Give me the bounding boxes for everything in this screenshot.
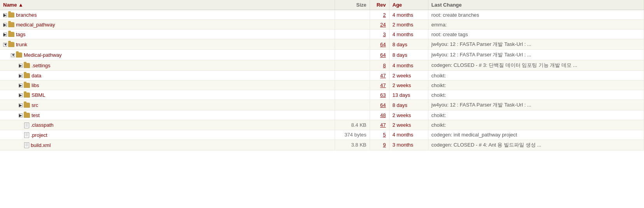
item-link[interactable]: .project — [31, 132, 47, 138]
age-cell: 2 weeks — [389, 71, 428, 80]
table-row: .classpath8.4 KB472 weekschoikt: — [0, 120, 644, 130]
rev-cell[interactable]: 47 — [370, 80, 389, 90]
name-header[interactable]: Name ▲ — [0, 0, 335, 10]
folder-icon — [24, 73, 30, 78]
expand-button[interactable]: ▶ — [19, 74, 23, 78]
age-cell: 4 months — [389, 60, 428, 71]
expand-button[interactable]: ▼ — [11, 53, 15, 57]
folder-icon — [24, 83, 30, 88]
item-link[interactable]: test — [32, 112, 40, 118]
item-link[interactable]: tags — [16, 31, 26, 37]
age-cell: 2 months — [389, 20, 428, 30]
folder-icon — [24, 93, 30, 98]
rev-cell[interactable]: 64 — [370, 100, 389, 110]
rev-cell[interactable]: 64 — [370, 39, 389, 50]
age-cell: 2 weeks — [389, 80, 428, 90]
expand-button[interactable]: ▶ — [3, 13, 7, 17]
name-header-label: Name — [3, 2, 17, 8]
name-cell: ▶libs — [0, 80, 335, 90]
rev-cell[interactable]: 3 — [370, 30, 389, 39]
file-browser-table: Name ▲ Size Rev Age Last Change ▶branche… — [0, 0, 644, 150]
last-change-cell: jw4you: 12 : FASTA Parser 개발 Task-Url : … — [428, 100, 644, 110]
last-change-cell: choikt: — [428, 110, 644, 120]
expand-button[interactable]: ▶ — [19, 114, 23, 117]
age-cell: 2 weeks — [389, 120, 428, 130]
size-cell: 3.8 KB — [335, 140, 370, 150]
table-row: ▶test482 weekschoikt: — [0, 110, 644, 120]
table-row: ▼Medical-pathway648 daysjw4you: 12 : FAS… — [0, 50, 644, 60]
expand-button[interactable]: ▶ — [19, 93, 23, 97]
item-link[interactable]: branches — [16, 12, 37, 18]
item-link[interactable]: .classpath — [31, 122, 54, 128]
rev-cell[interactable]: 47 — [370, 71, 389, 80]
folder-icon — [24, 103, 30, 108]
age-cell: 4 months — [389, 30, 428, 39]
expand-button[interactable]: ▶ — [3, 33, 7, 37]
expand-button[interactable]: ▼ — [3, 43, 7, 47]
size-cell — [335, 90, 370, 100]
folder-icon — [16, 52, 22, 58]
name-cell: ▼trunk — [0, 39, 335, 50]
item-link[interactable]: Medical-pathway — [24, 52, 62, 58]
last-change-cell: jw4you: 12 : FASTA Parser 개발 Task-Url : … — [428, 39, 644, 50]
expand-button[interactable]: ▶ — [19, 64, 23, 68]
rev-cell[interactable]: 63 — [370, 90, 389, 100]
name-cell: ▶SBML — [0, 90, 335, 100]
name-cell: ▼Medical-pathway — [0, 50, 335, 60]
rev-cell[interactable]: 48 — [370, 110, 389, 120]
age-cell: 13 days — [389, 90, 428, 100]
rev-cell[interactable]: 9 — [370, 140, 389, 150]
last-change-header-label: Last Change — [432, 2, 462, 8]
size-header[interactable]: Size — [335, 0, 370, 10]
last-change-header: Last Change — [428, 0, 644, 10]
size-cell — [335, 10, 370, 20]
name-cell: build.xml — [0, 140, 335, 150]
rev-cell[interactable]: 8 — [370, 60, 389, 71]
age-cell: 8 days — [389, 50, 428, 60]
item-link[interactable]: libs — [32, 82, 39, 88]
folder-icon — [8, 12, 14, 17]
size-cell — [335, 30, 370, 39]
rev-cell[interactable]: 24 — [370, 20, 389, 30]
name-cell: ▶branches — [0, 10, 335, 20]
age-header[interactable]: Age — [389, 0, 428, 10]
file-icon — [24, 122, 29, 128]
size-cell — [335, 80, 370, 90]
expand-button[interactable]: ▶ — [19, 103, 23, 107]
rev-cell[interactable]: 5 — [370, 130, 389, 140]
name-sort-arrow: ▲ — [18, 2, 23, 8]
size-cell — [335, 71, 370, 80]
last-change-cell: choikt: — [428, 120, 644, 130]
expand-button[interactable]: ▶ — [3, 23, 7, 27]
expand-button[interactable]: ▶ — [19, 84, 23, 87]
item-link[interactable]: SBML — [32, 92, 45, 98]
item-link[interactable]: trunk — [16, 42, 27, 47]
item-link[interactable]: .settings — [32, 63, 50, 68]
name-cell: ▶data — [0, 71, 335, 80]
age-cell: 3 months — [389, 140, 428, 150]
size-cell: 374 bytes — [335, 130, 370, 140]
last-change-cell: emma: — [428, 20, 644, 30]
age-cell: 4 months — [389, 130, 428, 140]
rev-cell[interactable]: 64 — [370, 50, 389, 60]
age-cell: 2 weeks — [389, 110, 428, 120]
item-link[interactable]: data — [32, 73, 41, 79]
age-cell: 8 days — [389, 39, 428, 50]
table-row: ▶SBML6313 dayschoikt: — [0, 90, 644, 100]
item-link[interactable]: build.xml — [31, 142, 51, 148]
size-cell: 8.4 KB — [335, 120, 370, 130]
table-row: ▶.settings84 monthscodegen: CLOSED - # 3… — [0, 60, 644, 71]
table-row: ▶data472 weekschoikt: — [0, 71, 644, 80]
item-link[interactable]: medical_pathway — [16, 22, 55, 28]
rev-cell[interactable]: 2 — [370, 10, 389, 20]
last-change-cell: codegen: init medical_pathway project — [428, 130, 644, 140]
rev-header[interactable]: Rev — [370, 0, 389, 10]
last-change-cell: root: create tags — [428, 30, 644, 39]
item-link[interactable]: src — [32, 102, 38, 108]
table-row: ▶tags34 monthsroot: create tags — [0, 30, 644, 39]
rev-cell[interactable]: 47 — [370, 120, 389, 130]
last-change-cell: codegen: CLOSED - # 3: 단백질 데이터 임포팅 기능 개발… — [428, 60, 644, 71]
last-change-cell: jw4you: 12 : FASTA Parser 개발 Task-Url : … — [428, 50, 644, 60]
table-row: build.xml3.8 KB93 monthscodegen: CLOSED … — [0, 140, 644, 150]
last-change-cell: codegen: CLOSED - # 4: Ant 용 빌드파일 생성 ... — [428, 140, 644, 150]
